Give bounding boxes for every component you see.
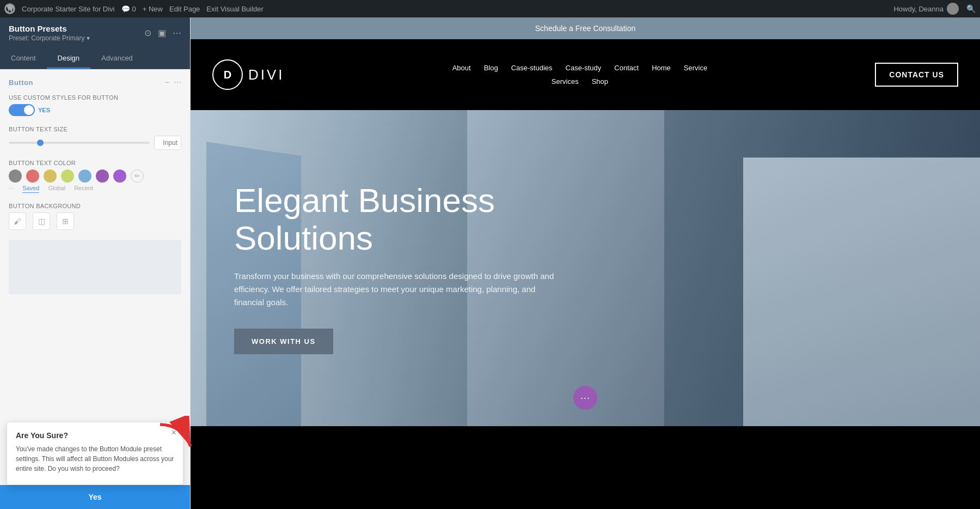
text-color-field: Button Text Color ✏ ··· Saved Global Rec… xyxy=(9,160,181,193)
search-icon[interactable]: 🔍 xyxy=(966,4,976,13)
text-size-row xyxy=(9,136,181,150)
section-header: Button − ⋯ xyxy=(9,78,181,87)
panel-tabs: Content Design Advanced xyxy=(0,49,190,69)
left-panel: Button Presets Preset: Corporate Primary… xyxy=(0,17,191,509)
tab-content[interactable]: Content xyxy=(0,49,47,69)
section-minus-icon[interactable]: − xyxy=(165,78,169,87)
color-picker-icon[interactable]: ✏ xyxy=(131,169,144,183)
background-type-icons: 🖌 ◫ ⊞ xyxy=(9,213,181,230)
comments-icon[interactable]: 💬 0 xyxy=(121,5,136,13)
nav-link-blog[interactable]: Blog xyxy=(484,64,498,72)
confirmation-dialog: Are You Sure? You've made changes to the… xyxy=(7,422,183,485)
color-swatch-purple[interactable] xyxy=(96,169,109,183)
hero-cta-button[interactable]: WORK WITH US xyxy=(234,329,333,354)
toggle-label: YES xyxy=(38,107,50,113)
red-arrow-icon xyxy=(156,416,199,459)
color-swatch-blue[interactable] xyxy=(78,169,91,183)
right-content: Schedule a Free Consultation D DIVI Abou… xyxy=(191,17,980,509)
color-swatch-violet[interactable] xyxy=(113,169,126,183)
announcement-bar: Schedule a Free Consultation xyxy=(191,17,980,39)
focus-icon[interactable]: ⊙ xyxy=(144,28,151,38)
dialog-overlay: Are You Sure? You've made changes to the… xyxy=(0,422,190,509)
nav-link-service[interactable]: Service xyxy=(684,64,707,72)
nav-link-case-studies[interactable]: Case-studies xyxy=(511,64,553,72)
background-label: Button Background xyxy=(9,203,181,209)
custom-styles-toggle[interactable] xyxy=(9,104,35,116)
edit-page-button[interactable]: Edit Page xyxy=(169,5,200,13)
site-header: D DIVI About Blog Case-studies Case-stud… xyxy=(191,39,980,110)
color-swatch-pink[interactable] xyxy=(26,169,39,183)
user-avatar xyxy=(947,3,959,15)
nav-link-case-study[interactable]: Case-study xyxy=(566,64,602,72)
panel-title: Button Presets xyxy=(9,24,90,33)
text-size-slider-thumb[interactable] xyxy=(37,140,44,146)
color-swatch-gray[interactable] xyxy=(9,169,22,183)
text-size-label: Button Text Size xyxy=(9,126,181,132)
site-preview: Schedule a Free Consultation D DIVI Abou… xyxy=(191,17,980,509)
preset-tab-recent[interactable]: ··· xyxy=(9,185,14,193)
bg-gradient-icon[interactable]: ◫ xyxy=(33,213,50,230)
contact-us-button[interactable]: CONTACT US xyxy=(875,63,958,87)
nav-link-contact[interactable]: Contact xyxy=(614,64,639,72)
main-layout: Button Presets Preset: Corporate Primary… xyxy=(0,17,980,509)
text-size-field: Button Text Size xyxy=(9,126,181,150)
panel-header: Button Presets Preset: Corporate Primary… xyxy=(0,17,190,49)
nav-row-2: Services Shop xyxy=(552,77,608,86)
more-icon[interactable]: ⋯ xyxy=(173,28,181,38)
yes-button[interactable]: Yes xyxy=(0,485,190,509)
announcement-text: Schedule a Free Consultation xyxy=(535,24,635,33)
toggle-wrapper: YES xyxy=(9,104,181,116)
color-swatch-yellow[interactable] xyxy=(44,169,57,183)
color-swatches: ✏ xyxy=(9,169,181,183)
nav-link-shop[interactable]: Shop xyxy=(592,77,608,86)
hero-content: Elegant Business Solutions Transform you… xyxy=(191,149,626,386)
dialog-text: You've made changes to the Button Module… xyxy=(16,444,174,474)
purple-dot-icon: ··· xyxy=(580,392,590,404)
dialog-title: Are You Sure? xyxy=(16,431,174,440)
custom-styles-label: Use Custom Styles For Button xyxy=(9,94,181,101)
bg-image-icon[interactable]: ⊞ xyxy=(57,213,74,230)
section-title: Button xyxy=(9,78,33,87)
nav-link-services[interactable]: Services xyxy=(552,77,579,86)
preset-tab-recent2[interactable]: Recent xyxy=(74,185,93,193)
site-logo[interactable]: D DIVI xyxy=(212,59,285,90)
preset-tabs: ··· Saved Global Recent xyxy=(9,185,181,193)
custom-styles-field: Use Custom Styles For Button YES xyxy=(9,94,181,116)
section-icons: − ⋯ xyxy=(165,78,181,87)
preset-tab-saved[interactable]: Saved xyxy=(22,185,39,193)
color-swatch-light-green[interactable] xyxy=(61,169,74,183)
user-menu[interactable]: Howdy, Deanna 🔍 xyxy=(893,3,976,15)
tab-design[interactable]: Design xyxy=(47,49,90,69)
nav-link-home[interactable]: Home xyxy=(652,64,671,72)
nav-link-about[interactable]: About xyxy=(452,64,471,72)
exit-visual-builder-button[interactable]: Exit Visual Builder xyxy=(206,5,264,13)
wordpress-icon[interactable] xyxy=(4,3,15,14)
text-size-input[interactable] xyxy=(154,136,181,150)
text-size-slider-track[interactable] xyxy=(9,142,150,144)
tab-advanced[interactable]: Advanced xyxy=(90,49,144,69)
hero-title: Elegant Business Solutions xyxy=(234,182,583,256)
new-button[interactable]: + New xyxy=(143,5,163,13)
nav-row-1: About Blog Case-studies Case-study Conta… xyxy=(452,64,708,72)
bg-color-icon[interactable]: 🖌 xyxy=(9,213,26,230)
text-color-label: Button Text Color xyxy=(9,160,181,166)
panel-header-icons: ⊙ ▣ ⋯ xyxy=(144,28,181,38)
site-nav: About Blog Case-studies Case-study Conta… xyxy=(452,64,708,86)
arrow-container xyxy=(156,416,199,462)
preview-box xyxy=(9,240,181,294)
purple-dot-button[interactable]: ··· xyxy=(573,386,597,410)
section-settings-icon[interactable]: ⋯ xyxy=(174,78,181,87)
preset-tab-global[interactable]: Global xyxy=(48,185,65,193)
panel-subtitle: Preset: Corporate Primary ▾ xyxy=(9,34,90,42)
background-field: Button Background 🖌 ◫ ⊞ xyxy=(9,203,181,230)
admin-bar: Corporate Starter Site for Divi 💬 0 + Ne… xyxy=(0,0,980,17)
hero-subtitle: Transform your business with our compreh… xyxy=(234,270,561,309)
logo-circle: D xyxy=(212,59,243,90)
site-name[interactable]: Corporate Starter Site for Divi xyxy=(22,5,115,13)
logo-letter: D xyxy=(224,69,231,81)
hero-section: Elegant Business Solutions Transform you… xyxy=(191,110,980,426)
chevron-down-icon[interactable]: ▾ xyxy=(87,34,90,42)
logo-text: DIVI xyxy=(248,66,285,83)
building-right xyxy=(743,157,980,426)
layout-icon[interactable]: ▣ xyxy=(158,28,166,38)
